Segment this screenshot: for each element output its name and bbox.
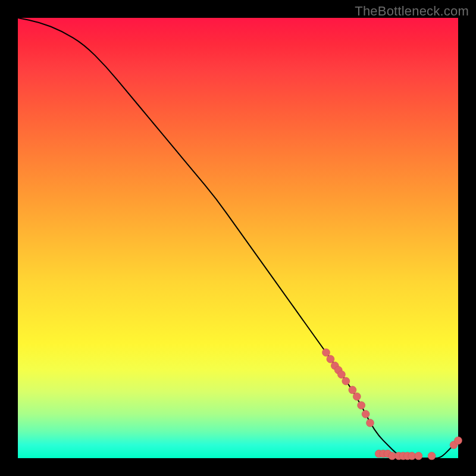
watermark-text: TheBottleneck.com xyxy=(355,4,469,19)
plot-area xyxy=(18,18,458,458)
chart-stage: TheBottleneck.com xyxy=(0,0,476,476)
